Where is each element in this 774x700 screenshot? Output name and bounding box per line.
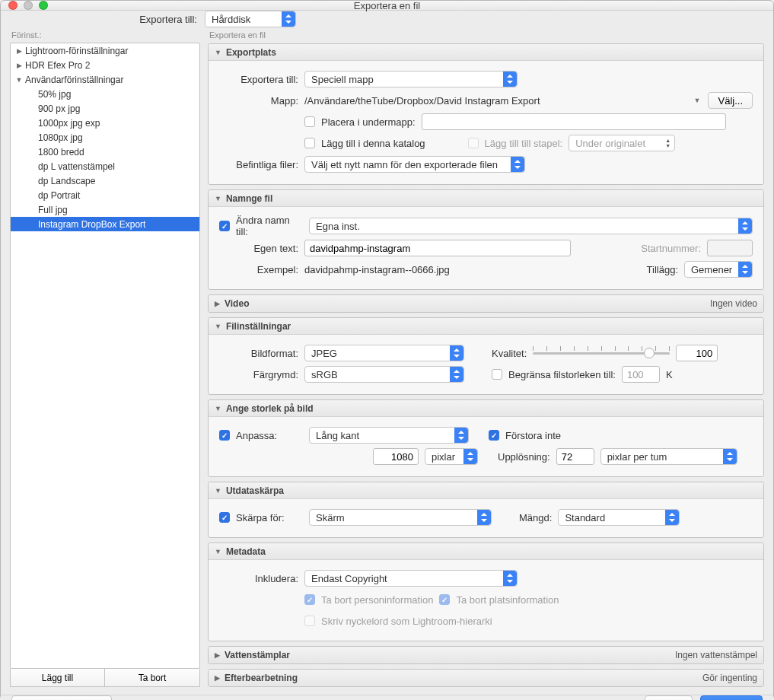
sharpen-label: Skärpa för: xyxy=(236,512,303,523)
preset-list[interactable]: ▶ Lightroom-förinställningar ▶ HDR Efex … xyxy=(10,43,200,669)
custom-text-input[interactable] xyxy=(304,240,571,256)
resize-mode-select[interactable]: Lång kant xyxy=(309,427,469,444)
export-to-select[interactable]: Speciell mapp xyxy=(304,71,518,88)
export-window: Exportera en fil Exportera till: Hårddis… xyxy=(0,0,774,700)
watermark-status: Ingen vattenstämpel xyxy=(675,650,757,660)
content: Förinst.: ▶ Lightroom-förinställningar ▶… xyxy=(1,27,773,695)
slider-thumb-icon[interactable] xyxy=(644,348,655,358)
dont-enlarge-label: Förstora inte xyxy=(505,430,561,441)
preset-item[interactable]: 1000px jpg exp xyxy=(11,116,199,130)
panel-header-export-location[interactable]: ▼ Exportplats xyxy=(209,44,763,61)
format-label: Bildformat: xyxy=(219,348,298,359)
panel-export-location: ▼ Exportplats Exportera till: Speciell m… xyxy=(208,43,764,185)
quality-slider[interactable] xyxy=(533,346,670,360)
dont-enlarge-checkbox[interactable] xyxy=(489,430,499,441)
triangle-right-icon: ▶ xyxy=(15,47,23,55)
preset-item[interactable]: 50% jpg xyxy=(11,87,199,101)
dimension-unit-select[interactable]: pixlar xyxy=(425,448,478,465)
triangle-right-icon: ▶ xyxy=(15,62,23,69)
export-button[interactable]: Exportera xyxy=(700,695,763,700)
panel-naming: ▼ Namnge fil Ändra namn till: Egna inst. xyxy=(208,189,764,290)
triangle-down-icon: ▼ xyxy=(215,323,221,330)
resize-checkbox[interactable] xyxy=(219,430,230,441)
preset-group-user[interactable]: ▼ Användarförinställningar xyxy=(11,72,199,87)
limit-size-checkbox[interactable] xyxy=(492,369,502,380)
chevron-updown-icon xyxy=(507,574,513,583)
sharpen-for-select[interactable]: Skärm xyxy=(309,509,492,526)
triangle-down-icon[interactable]: ▼ xyxy=(693,97,702,104)
chevron-updown-icon xyxy=(285,14,291,24)
resize-label: Anpassa: xyxy=(236,430,303,441)
choose-folder-button[interactable]: Välj... xyxy=(708,92,753,109)
window-title: Exportera en fil xyxy=(1,0,773,11)
rename-checkbox[interactable] xyxy=(219,221,230,231)
ext-case-select[interactable]: Gemener xyxy=(684,261,753,278)
chevron-updown-icon xyxy=(669,513,675,522)
quality-input[interactable] xyxy=(676,345,718,361)
add-stack-checkbox xyxy=(468,138,479,148)
keywords-checkbox xyxy=(304,616,315,626)
resolution-label: Upplösning: xyxy=(498,451,550,463)
remove-location-checkbox xyxy=(439,594,450,605)
titlebar: Exportera en fil xyxy=(1,1,773,11)
limit-size-unit: K xyxy=(666,369,673,380)
panel-header-sharpening[interactable]: ▼ Utdataskärpa xyxy=(209,482,763,499)
panel-header-post[interactable]: ▶ Efterbearbetning Gör ingenting xyxy=(209,670,763,686)
panel-metadata: ▼ Metadata Inkludera: Endast Copyright xyxy=(208,542,764,641)
panel-header-video[interactable]: ▶ Video Ingen video xyxy=(209,295,763,312)
panel-header-sizing[interactable]: ▼ Ange storlek på bild xyxy=(209,400,763,417)
export-target-select[interactable]: Hårddisk xyxy=(205,11,296,27)
include-select[interactable]: Endast Copyright xyxy=(304,570,518,587)
resolution-input[interactable] xyxy=(556,448,594,465)
export-target-row: Exportera till: Hårddisk xyxy=(1,11,773,27)
remove-preset-button[interactable]: Ta bort xyxy=(105,669,199,686)
panel-header-watermark[interactable]: ▶ Vattenstämplar Ingen vattenstämpel xyxy=(209,647,763,663)
preset-column: Förinst.: ▶ Lightroom-förinställningar ▶… xyxy=(10,27,200,687)
subfolder-label: Placera i undermapp: xyxy=(321,116,416,128)
preset-group-hdr[interactable]: ▶ HDR Efex Pro 2 xyxy=(11,58,199,72)
preset-item[interactable]: Full jpg xyxy=(11,202,199,217)
amount-select[interactable]: Standard xyxy=(558,509,680,526)
export-target-label: Exportera till: xyxy=(1,14,197,25)
preset-item[interactable]: 1800 bredd xyxy=(11,145,199,159)
chevron-updown-icon xyxy=(481,513,487,522)
preset-item[interactable]: dp Landscape xyxy=(11,173,199,188)
preset-group-lightroom[interactable]: ▶ Lightroom-förinställningar xyxy=(11,43,199,58)
settings-panels: ▼ Exportplats Exportera till: Speciell m… xyxy=(208,43,764,687)
example-label: Exempel: xyxy=(219,264,298,275)
triangle-down-icon: ▼ xyxy=(215,195,221,202)
colorspace-select[interactable]: sRGB xyxy=(304,366,464,383)
folder-label: Mapp: xyxy=(219,95,298,107)
preset-item[interactable]: 900 px jpg xyxy=(11,101,199,116)
triangle-down-icon: ▼ xyxy=(215,405,221,412)
resolution-unit-select[interactable]: pixlar per tum xyxy=(600,448,737,465)
preset-item[interactable]: dp Portrait xyxy=(11,188,199,202)
panel-sizing: ▼ Ange storlek på bild Anpassa: Lång kan… xyxy=(208,399,764,477)
panel-header-naming[interactable]: ▼ Namnge fil xyxy=(209,190,763,207)
preset-item[interactable]: 1080px jpg xyxy=(11,130,199,145)
subfolder-input[interactable] xyxy=(422,113,726,130)
rename-label: Ändra namn till: xyxy=(236,215,303,237)
keywords-label: Skriv nyckelord som Lightroom-hierarki xyxy=(321,616,492,627)
add-preset-button[interactable]: Lägg till xyxy=(11,669,105,686)
limit-size-input xyxy=(622,366,660,383)
sharpen-checkbox[interactable] xyxy=(219,512,230,523)
custom-text-label: Egen text: xyxy=(219,243,298,254)
preset-item-selected[interactable]: Instagram DropBox Export xyxy=(11,217,199,231)
cancel-button[interactable]: Avbryt xyxy=(645,695,693,700)
plugin-manager-button[interactable]: Plugin-hantering... xyxy=(11,695,112,700)
chevron-updown-icon xyxy=(458,431,464,440)
example-value: davidpahmp-instagram--0666.jpg xyxy=(304,264,450,275)
filename-template-select[interactable]: Egna inst. xyxy=(309,218,753,234)
dimension-input[interactable] xyxy=(373,448,419,465)
preset-item[interactable]: dp L vattenstämpel xyxy=(11,159,199,173)
panel-sharpening: ▼ Utdataskärpa Skärpa för: Skärm xyxy=(208,482,764,538)
subfolder-checkbox[interactable] xyxy=(304,116,315,127)
add-catalog-checkbox[interactable] xyxy=(304,138,315,148)
panel-video: ▶ Video Ingen video xyxy=(208,294,764,313)
format-select[interactable]: JPEG xyxy=(304,345,464,361)
chevron-updown-icon xyxy=(514,160,521,169)
panel-header-metadata[interactable]: ▼ Metadata xyxy=(209,543,763,560)
existing-files-select[interactable]: Välj ett nytt namn för den exporterade f… xyxy=(304,156,525,173)
panel-header-file-settings[interactable]: ▼ Filinställningar xyxy=(209,318,763,335)
